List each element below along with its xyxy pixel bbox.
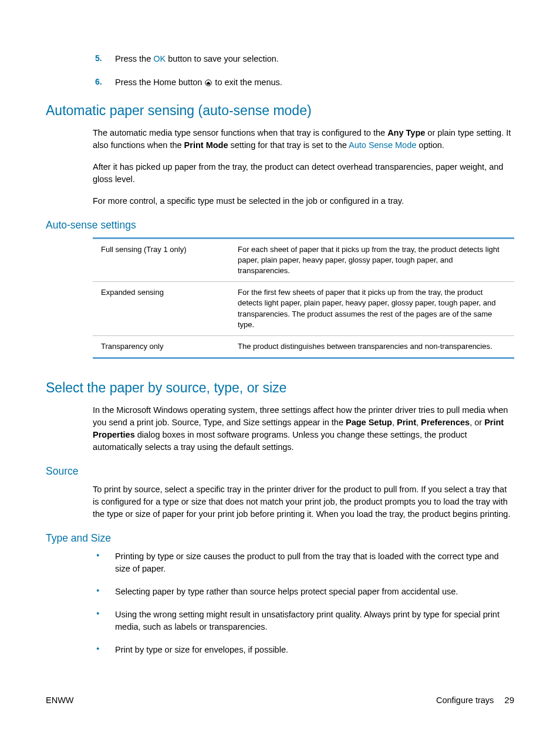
type-size-bullets: Printing by type or size causes the prod… [46, 550, 514, 656]
table-row: Expanded sensing For the first few sheet… [93, 282, 514, 336]
heading-type-size: Type and Size [46, 532, 514, 545]
home-icon [205, 79, 212, 86]
step-text: Press the Home button to exit the menus. [115, 76, 282, 88]
heading-select-paper: Select the paper by source, type, or siz… [46, 380, 514, 396]
list-item: Using the wrong setting might result in … [93, 609, 514, 633]
list-item: Print by type or size for envelopes, if … [93, 644, 514, 656]
footer-section-label: Configure trays [436, 695, 494, 705]
setting-name: Expanded sensing [93, 282, 230, 336]
list-item: Selecting paper by type rather than sour… [93, 586, 514, 598]
setting-desc: For the first few sheets of paper that i… [230, 282, 514, 336]
setting-name: Transparency only [93, 335, 230, 358]
setting-desc: The product distinguishes between transp… [230, 335, 514, 358]
step-text: Press the OK button to save your selecti… [115, 53, 279, 65]
para-source: To print by source, select a specific tr… [46, 483, 514, 520]
para-autosense-2: After it has picked up paper from the tr… [46, 161, 514, 186]
setting-desc: For each sheet of paper that it picks up… [230, 238, 514, 282]
footer-right: Configure trays 29 [436, 695, 514, 705]
step-number: 6. [46, 76, 115, 88]
heading-auto-sensing: Automatic paper sensing (auto-sense mode… [46, 103, 514, 119]
step-number: 5. [46, 53, 115, 65]
footer-left: ENWW [46, 695, 74, 705]
para-autosense-1: The automatic media type sensor function… [46, 127, 514, 152]
page-footer: ENWW Configure trays 29 [46, 695, 514, 705]
page-number: 29 [504, 695, 514, 705]
para-autosense-3: For more control, a specific type must b… [46, 195, 514, 207]
setting-name: Full sensing (Tray 1 only) [93, 238, 230, 282]
heading-autosense-settings: Auto-sense settings [46, 219, 514, 231]
autosense-settings-table: Full sensing (Tray 1 only) For each shee… [93, 237, 514, 359]
table-row: Transparency only The product distinguis… [93, 335, 514, 358]
ok-link: OK [153, 54, 166, 63]
numbered-steps: 5. Press the OK button to save your sele… [46, 53, 514, 89]
auto-sense-mode-link: Auto Sense Mode [349, 140, 416, 150]
table-row: Full sensing (Tray 1 only) For each shee… [93, 238, 514, 282]
heading-source: Source [46, 465, 514, 478]
list-item: Printing by type or size causes the prod… [93, 550, 514, 575]
step-5: 5. Press the OK button to save your sele… [46, 53, 514, 65]
para-select-paper: In the Microsoft Windows operating syste… [46, 404, 514, 453]
step-6: 6. Press the Home button to exit the men… [46, 76, 514, 88]
